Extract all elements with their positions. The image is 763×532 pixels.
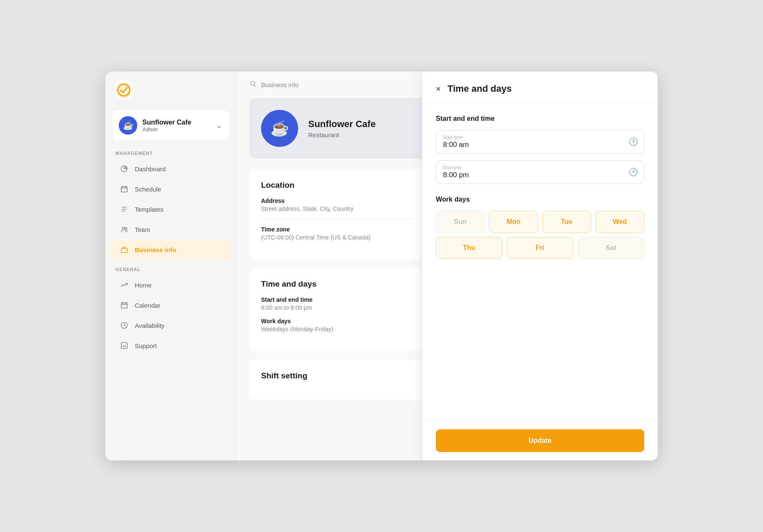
general-section-label: GENERAL: [105, 267, 235, 275]
sidebar-item-calendar[interactable]: Calendar: [109, 295, 231, 315]
panel-footer: Update: [422, 420, 658, 460]
home-label: Home: [135, 282, 152, 289]
svg-rect-8: [123, 306, 124, 306]
start-time-label: Start time: [443, 135, 624, 140]
start-time-field: Start time 8:00 am 🕐: [436, 130, 644, 154]
clock-field-icon: 🕐: [629, 137, 638, 146]
day-wed-button[interactable]: Wed: [595, 211, 644, 233]
business-avatar: ☕: [261, 110, 298, 147]
svg-point-5: [125, 228, 127, 230]
end-time-value: 8:00 pm: [443, 171, 624, 179]
account-avatar: ☕: [119, 116, 137, 135]
calendar-day-icon: [120, 301, 129, 310]
start-time-value: 8:00 am: [443, 141, 624, 149]
work-days-panel-title: Work days: [436, 196, 644, 203]
business-info-label: Business info: [135, 246, 176, 253]
days-row-2: Thu Fri Sat: [436, 237, 644, 259]
calendar-icon: [120, 184, 129, 194]
availability-label: Availability: [135, 322, 165, 329]
account-role: Admin: [142, 126, 211, 133]
day-mon-button[interactable]: Mon: [489, 211, 538, 233]
svg-rect-6: [121, 248, 127, 253]
work-days-section: Work days Sun Mon Tue Wed Thu Fri Sat: [436, 196, 644, 259]
schedule-label: Schedule: [135, 186, 161, 193]
day-fri-button[interactable]: Fri: [507, 237, 573, 259]
sidebar-item-business-info[interactable]: Business info: [109, 240, 231, 259]
account-info: Sunflower Cafe Admin: [142, 119, 211, 133]
sidebar: ☕ Sunflower Cafe Admin ⌄ MANAGEMENT Dash…: [105, 72, 236, 460]
day-sun-button[interactable]: Sun: [436, 211, 485, 233]
logo-area: [105, 80, 235, 110]
panel-header: × Time and days: [422, 72, 658, 103]
end-time-label: End time: [443, 165, 624, 170]
account-name: Sunflower Cafe: [142, 119, 211, 126]
page-breadcrumb: Business info: [261, 81, 299, 88]
svg-rect-7: [121, 303, 127, 309]
clock-field-icon-2: 🕐: [629, 168, 638, 177]
panel-close-button[interactable]: ×: [436, 85, 441, 93]
update-button[interactable]: Update: [436, 429, 644, 452]
account-switcher[interactable]: ☕ Sunflower Cafe Admin ⌄: [112, 110, 229, 141]
management-section-label: MANAGEMENT: [105, 151, 235, 159]
panel-title: Time and days: [448, 83, 512, 94]
sidebar-item-home[interactable]: Home: [109, 275, 231, 295]
briefcase-icon: [120, 245, 129, 254]
trending-up-icon: [120, 280, 129, 290]
templates-label: Templates: [135, 206, 163, 213]
sidebar-item-availability[interactable]: Availability: [109, 316, 231, 335]
sidebar-item-support[interactable]: 24 Support: [109, 336, 231, 355]
support-label: Support: [135, 342, 157, 349]
business-type: Restaurant: [308, 131, 376, 138]
business-name: Sunflower Cafe: [308, 119, 376, 130]
day-tue-button[interactable]: Tue: [542, 211, 591, 233]
chevron-down-icon: ⌄: [216, 122, 222, 130]
start-time-wrapper[interactable]: Start time 8:00 am 🕐: [436, 130, 644, 154]
svg-point-4: [123, 227, 125, 229]
users-icon: [120, 225, 129, 234]
support-icon: 24: [120, 341, 129, 350]
end-time-wrapper[interactable]: End time 8:00 pm 🕐: [436, 160, 644, 184]
pie-chart-icon: [120, 164, 129, 173]
day-thu-button[interactable]: Thu: [436, 237, 502, 259]
end-time-field: End time 8:00 pm 🕐: [436, 160, 644, 184]
svg-rect-3: [121, 187, 127, 192]
day-sat-button[interactable]: Sat: [578, 237, 644, 259]
sidebar-item-schedule[interactable]: Schedule: [109, 179, 231, 199]
calendar-label: Calendar: [135, 302, 160, 309]
list-icon: [120, 205, 129, 214]
sidebar-item-team[interactable]: Team: [109, 220, 231, 239]
clock-icon: [120, 321, 129, 330]
business-info-text: Sunflower Cafe Restaurant: [308, 119, 376, 138]
dashboard-label: Dashboard: [135, 165, 165, 173]
svg-text:24: 24: [123, 344, 126, 348]
days-row-1: Sun Mon Tue Wed: [436, 211, 644, 233]
panel-body: Start and end time Start time 8:00 am 🕐 …: [422, 103, 658, 420]
search-icon: [249, 80, 257, 90]
sidebar-item-dashboard[interactable]: Dashboard: [109, 159, 231, 178]
time-days-panel: × Time and days Start and end time Start…: [422, 72, 658, 460]
sidebar-item-templates[interactable]: Templates: [109, 200, 231, 219]
panel-start-end-title: Start and end time: [436, 115, 644, 122]
app-logo-icon: [114, 80, 134, 100]
team-label: Team: [135, 226, 150, 233]
